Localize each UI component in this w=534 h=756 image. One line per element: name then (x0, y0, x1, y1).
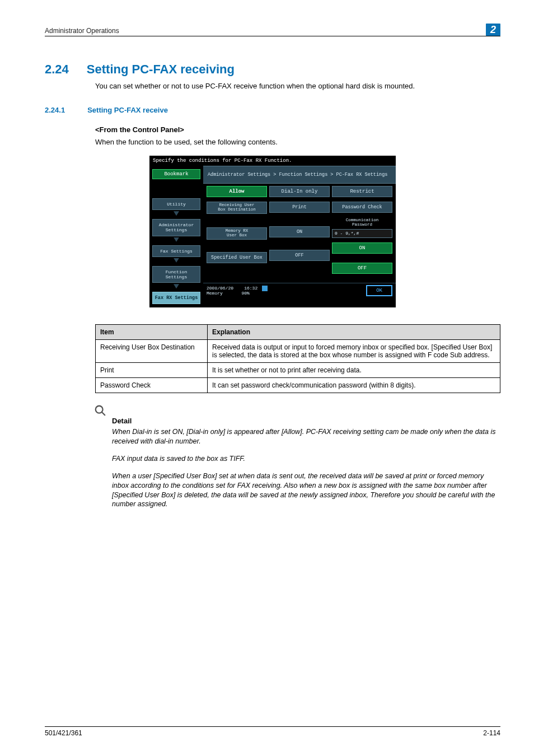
footer-page: 2-114 (483, 729, 500, 737)
button-on[interactable]: ON (332, 242, 392, 254)
tab-restrict[interactable]: Restrict (332, 186, 392, 197)
detail-paragraph: FAX input data is saved to the box as TI… (112, 454, 500, 464)
button-off[interactable]: OFF (332, 263, 392, 274)
tab-allow[interactable]: Allow (207, 186, 267, 197)
device-screenshot: Specify the conditions for PC-Fax RX Fun… (149, 156, 396, 307)
label-specified-user-box[interactable]: Specified User Box (207, 252, 267, 263)
label-comm-password: Communication Password (332, 218, 392, 227)
footer-model: 501/421/361 (45, 729, 82, 737)
nav-utility[interactable]: Utility (152, 198, 200, 210)
svg-line-1 (102, 412, 105, 416)
table-cell-expl: It is set whether or not to print after … (208, 363, 500, 378)
label-recv-user-box[interactable]: Receiving User Box Destination (207, 202, 267, 214)
label-memory-rx-box[interactable]: Memory RX User Box (207, 227, 267, 240)
bookmark-button[interactable]: Bookmark (152, 169, 200, 179)
panel-heading: <From the Control Panel> (95, 125, 500, 134)
status-date: 2008/06/20 (207, 286, 233, 291)
table-cell-item: Password Check (96, 378, 208, 393)
nav-arrow-icon (152, 237, 200, 243)
status-memory-pct: 90% (241, 291, 249, 296)
nav-fax-settings[interactable]: Fax Settings (152, 245, 200, 257)
table-cell-item: Print (96, 363, 208, 378)
magnifier-icon (94, 404, 106, 417)
label-password-check[interactable]: Password Check (332, 202, 392, 213)
nav-admin-settings[interactable]: Administrator Settings (152, 219, 200, 236)
panel-intro: When the function to be used, set the fo… (95, 137, 500, 147)
label-print[interactable]: Print (269, 202, 330, 213)
table-head-explanation: Explanation (208, 325, 500, 340)
memory-icon (262, 286, 268, 291)
detail-paragraph: When a user [Specified User Box] set at … (112, 472, 500, 510)
section-title: Setting PC-FAX receiving (87, 62, 235, 77)
status-memory-label: Memory (207, 291, 223, 296)
ok-button[interactable]: OK (366, 285, 392, 296)
table-cell-expl: Received data is output or input to forc… (208, 340, 500, 363)
tab-dialin-only[interactable]: Dial-In only (269, 186, 330, 197)
detail-paragraph: When Dial-in is set ON, [Dial-in only] i… (112, 427, 500, 446)
password-field[interactable]: 0 - 9,*,# (332, 229, 392, 238)
detail-title: Detail (112, 417, 500, 425)
section-number: 2.24 (45, 62, 69, 77)
nav-arrow-icon (152, 284, 200, 290)
table-row: Password Check It can set password check… (96, 378, 500, 393)
nav-function-settings[interactable]: Function Settings (152, 266, 200, 283)
explanation-table: Item Explanation Receiving User Box Dest… (95, 324, 500, 393)
table-row: Receiving User Box Destination Received … (96, 340, 500, 363)
nav-arrow-icon (152, 258, 200, 264)
nav-current-fax-rx[interactable]: Fax RX Settings (152, 292, 200, 304)
table-row: Print It is set whether or not to print … (96, 363, 500, 378)
running-header: Administrator Operations (45, 27, 119, 35)
subsection-title: Setting PC-FAX receive (87, 106, 168, 114)
chapter-badge: 2 (486, 24, 500, 36)
table-head-item: Item (96, 325, 208, 340)
nav-arrow-icon (152, 211, 200, 217)
status-time: 16:32 (244, 286, 257, 291)
value-off[interactable]: OFF (269, 250, 330, 261)
value-on[interactable]: ON (269, 226, 330, 237)
table-cell-item: Receiving User Box Destination (96, 340, 208, 363)
section-intro: You can set whether or not to use PC-FAX… (95, 81, 500, 91)
table-cell-expl: It can set password check/communication … (208, 378, 500, 393)
breadcrumb: Administrator Settings > Function Settin… (203, 166, 396, 184)
subsection-number: 2.24.1 (45, 106, 65, 114)
screenshot-caption: Specify the conditions for PC-Fax RX Fun… (149, 156, 396, 166)
